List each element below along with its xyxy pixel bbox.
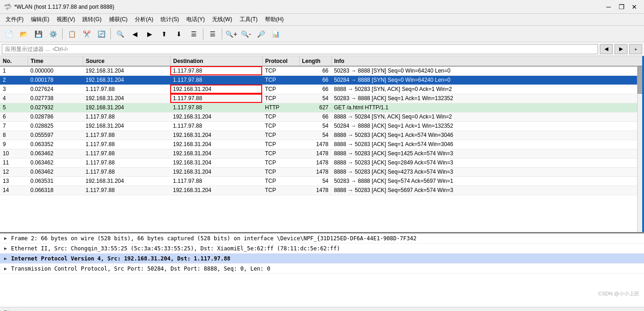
cell-protocol: TCP — [262, 186, 299, 195]
toolbar-separator-4 — [222, 28, 222, 40]
close-button[interactable]: ✕ — [628, 2, 640, 12]
cell-time: 0.063462 — [28, 167, 83, 176]
expand-icon: ▶ — [2, 255, 9, 262]
menu-file[interactable]: 文件(F) — [2, 14, 27, 25]
menu-stats[interactable]: 统计(S) — [157, 14, 183, 25]
detail-row[interactable]: ▶ Frame 2: 66 bytes on wire (528 bits), … — [0, 233, 644, 243]
menu-view[interactable]: 视图(V) — [53, 14, 79, 25]
cell-length: 1478 — [299, 158, 331, 167]
cell-destination: 1.117.97.88 — [170, 66, 262, 75]
search-btn[interactable]: 🔍 — [113, 28, 127, 40]
col-header-no[interactable]: No. — [0, 56, 28, 66]
table-row[interactable]: 13 0.063531 192.168.31.204 1.117.97.88 T… — [0, 176, 644, 186]
cell-protocol: TCP — [262, 167, 299, 176]
cell-no: 3 — [0, 85, 28, 94]
cell-no: 13 — [0, 176, 28, 186]
menu-help[interactable]: 帮助(H) — [261, 14, 288, 25]
menu-tools[interactable]: 工具(T) — [236, 14, 261, 25]
detail-row[interactable]: ▶ Ethernet II, Src: Chongqin_33:55:25 (5… — [0, 243, 644, 254]
back-btn[interactable]: ◀ — [128, 28, 142, 40]
expand-icon: ▶ — [2, 245, 9, 252]
table-row[interactable]: 3 0.027624 1.117.97.88 192.168.31.204 TC… — [0, 85, 644, 94]
cell-info: GET /a.html HTTP/1.1 — [331, 103, 644, 112]
cell-destination: 1.117.97.88 — [170, 75, 262, 85]
table-row[interactable]: 2 0.000178 192.168.31.204 1.117.97.88 TC… — [0, 75, 644, 85]
cell-info: 50283 → 8888 [SYN] Seq=0 Win=64240 Len=0 — [331, 66, 644, 75]
table-row[interactable]: 9 0.063352 1.117.97.88 192.168.31.204 TC… — [0, 140, 644, 149]
column-headers: No. Time Source Destination Protocol Len… — [0, 56, 644, 66]
filter-add-btn[interactable]: + — [629, 44, 642, 54]
cell-time: 0.027624 — [28, 85, 83, 94]
menu-wireless[interactable]: 无线(W) — [208, 14, 236, 25]
open-btn[interactable]: 📂 — [17, 28, 30, 40]
zoom-out-btn[interactable]: 🔍- — [239, 28, 253, 40]
table-row[interactable]: 5 0.027932 192.168.31.204 1.117.97.88 HT… — [0, 103, 644, 112]
down-btn[interactable]: ⬇ — [172, 28, 186, 40]
detail-row[interactable]: ▶ Transmission Control Protocol, Src Por… — [0, 264, 644, 274]
chart-btn[interactable]: 📊 — [269, 28, 282, 40]
filter-back-btn[interactable]: ◀ — [600, 44, 613, 54]
title-bar-controls: ─ ❐ ✕ — [603, 2, 640, 12]
table-row[interactable]: 4 0.027738 192.168.31.204 1.117.97.88 TC… — [0, 94, 644, 103]
detail-row[interactable]: ▶ Internet Protocol Version 4, Src: 192.… — [0, 254, 644, 264]
table-row[interactable]: 6 0.028786 1.117.97.88 192.168.31.204 TC… — [0, 112, 644, 121]
up-btn[interactable]: ⬆ — [157, 28, 171, 40]
cell-length: 1478 — [299, 167, 331, 176]
col-header-time[interactable]: Time — [28, 56, 83, 66]
table-row[interactable]: 7 0.028825 192.168.31.204 1.117.97.88 TC… — [0, 121, 644, 130]
col-header-source[interactable]: Source — [83, 56, 170, 66]
cell-protocol: TCP — [262, 149, 299, 158]
title-bar: 🦈 *WLAN (host 1.117.97.88 and port 8888)… — [0, 0, 644, 14]
detail-text: Ethernet II, Src: Chongqin_33:55:25 (5c:… — [11, 245, 340, 252]
table-row[interactable]: 11 0.063462 1.117.97.88 192.168.31.204 T… — [0, 158, 644, 167]
capture-options-btn[interactable]: 📋 — [65, 28, 79, 40]
table-row[interactable]: 12 0.063462 1.117.97.88 192.168.31.204 T… — [0, 167, 644, 176]
col-header-protocol[interactable]: Protocol — [262, 56, 299, 66]
menu-jump[interactable]: 跳转(G) — [79, 14, 105, 25]
cell-no: 12 — [0, 167, 28, 176]
filter-input[interactable] — [2, 44, 598, 54]
cell-source: 1.117.97.88 — [83, 158, 170, 167]
minimize-button[interactable]: ─ — [603, 2, 615, 12]
filter-forward-btn[interactable]: ▶ — [615, 44, 627, 54]
table-row[interactable]: 1 0.000000 192.168.31.204 1.117.97.88 TC… — [0, 66, 644, 75]
table-row[interactable]: 8 0.055597 1.117.97.88 192.168.31.204 TC… — [0, 130, 644, 140]
forward-btn[interactable]: ▶ — [143, 28, 156, 40]
cell-protocol: TCP — [262, 112, 299, 121]
settings-btn[interactable]: ⚙️ — [46, 28, 60, 40]
table-row[interactable]: 10 0.063462 1.117.97.88 192.168.31.204 T… — [0, 149, 644, 158]
menu-analyze[interactable]: 分析(A) — [131, 14, 157, 25]
list-btn[interactable]: ☰ — [187, 28, 201, 40]
zoom-in-btn[interactable]: 🔍+ — [224, 28, 238, 40]
delete-btn[interactable]: ✂️ — [80, 28, 93, 40]
title-bar-left: 🦈 *WLAN (host 1.117.97.88 and port 8888) — [4, 3, 114, 11]
cell-time: 0.028786 — [28, 112, 83, 121]
cell-length: 54 — [299, 94, 331, 103]
cell-protocol: HTTP — [262, 103, 299, 112]
new-capture-btn[interactable]: 📄 — [2, 28, 16, 40]
toolbar-separator-3 — [203, 28, 203, 40]
menu-edit[interactable]: 编辑(E) — [27, 14, 53, 25]
cell-info: 8888 → 50283 [ACK] Seq=1 Ack=574 Win=304… — [331, 140, 644, 149]
menu-phone[interactable]: 电话(Y) — [183, 14, 208, 25]
cell-info: 8888 → 50284 [SYN, ACK] Seq=0 Ack=1 Win=… — [331, 112, 644, 121]
detail-text: Transmission Control Protocol, Src Port:… — [11, 266, 270, 272]
cell-time: 0.066318 — [28, 186, 83, 195]
col-header-info[interactable]: Info — [331, 56, 644, 66]
filter-btn[interactable]: ☰ — [206, 28, 219, 40]
menu-capture[interactable]: 捕获(C) — [105, 14, 132, 25]
col-header-length[interactable]: Length — [299, 56, 331, 66]
cell-no: 4 — [0, 94, 28, 103]
restore-button[interactable]: ❐ — [615, 2, 627, 12]
cell-no: 6 — [0, 112, 28, 121]
cell-no: 5 — [0, 103, 28, 112]
cell-no: 10 — [0, 149, 28, 158]
col-header-destination[interactable]: Destination — [170, 56, 262, 66]
cell-destination: 192.168.31.204 — [170, 112, 262, 121]
cell-no: 11 — [0, 158, 28, 167]
reload-btn[interactable]: 🔄 — [94, 28, 108, 40]
cell-length: 66 — [299, 112, 331, 121]
table-row[interactable]: 14 0.066318 1.117.97.88 192.168.31.204 T… — [0, 186, 644, 195]
zoom-fit-btn[interactable]: 🔎 — [254, 28, 268, 40]
save-btn[interactable]: 💾 — [31, 28, 45, 40]
